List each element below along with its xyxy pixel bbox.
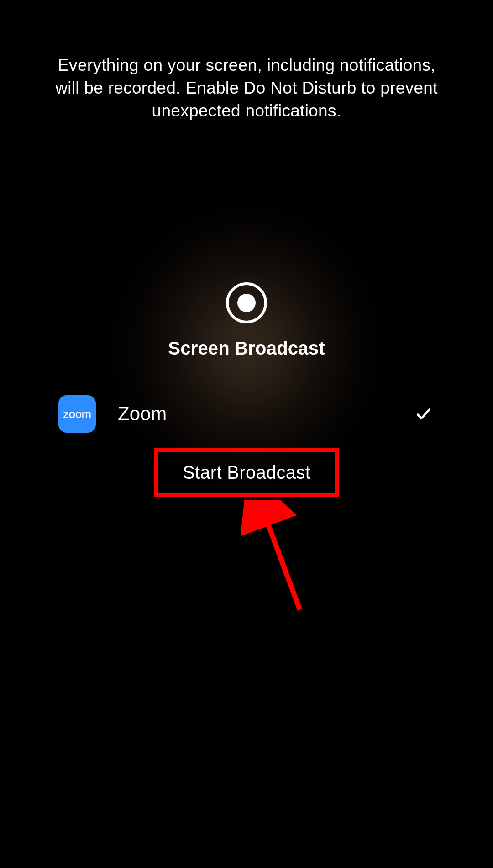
record-icon [226,282,267,323]
annotation-arrow [241,500,323,621]
broadcast-title: Screen Broadcast [168,338,325,359]
checkmark-icon [413,403,435,425]
svg-line-1 [263,512,300,610]
warning-message: Everything on your screen, including not… [55,54,438,122]
start-button-container: Start Broadcast [37,444,456,496]
zoom-app-icon: zoom [58,395,96,433]
app-name-label: Zoom [118,403,413,425]
start-broadcast-button[interactable]: Start Broadcast [161,450,332,496]
broadcast-header: Screen Broadcast [37,247,456,384]
broadcast-panel: Screen Broadcast zoom Zoom Start Broadca… [37,247,456,496]
zoom-icon-label: zoom [63,407,91,421]
record-icon-inner [237,294,256,312]
app-row-zoom[interactable]: zoom Zoom [37,384,456,444]
